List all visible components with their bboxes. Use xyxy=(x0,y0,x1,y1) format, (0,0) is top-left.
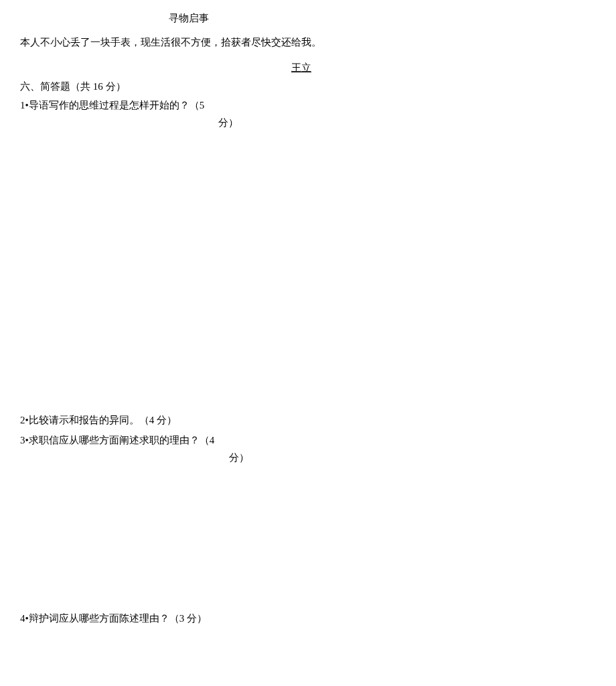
question-1-line1: 1•导语写作的思维过程是怎样开始的？（5 xyxy=(20,97,596,113)
question-2: 2•比较请示和报告的异同。（4 分） xyxy=(20,412,596,428)
question-4: 4•辩护词应从哪些方面陈述理由？（3 分） xyxy=(20,610,596,626)
signature-row: 王立 xyxy=(20,60,596,76)
question-1-line2: 分） xyxy=(20,115,596,131)
notice-signature: 王立 xyxy=(291,60,311,76)
question-3-line2: 分） xyxy=(20,450,596,466)
notice-body: 本人不小心丢了一块手表，现生活很不方便，拾获者尽快交还给我。 xyxy=(20,34,596,50)
notice-title: 寻物启事 xyxy=(20,10,596,26)
question-3-line1: 3•求职信应从哪些方面阐述求职的理由？（4 xyxy=(20,432,596,448)
section6-heading: 六、简答题（共 16 分） xyxy=(20,78,596,94)
